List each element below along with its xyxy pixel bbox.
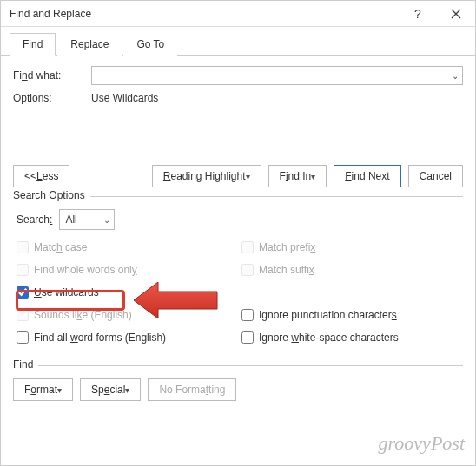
search-label: Search: xyxy=(17,213,52,226)
tab-goto[interactable]: Go To xyxy=(123,33,177,56)
find-what-label: Find what: xyxy=(13,69,91,82)
options-col-right: Match prefix Match suffix Ignore punctua… xyxy=(238,239,463,346)
close-icon xyxy=(451,9,461,19)
special-button[interactable]: Special ▾ xyxy=(80,378,141,401)
search-direction-row: Search: All ⌄ xyxy=(13,204,463,239)
window-title: Find and Replace xyxy=(10,8,399,20)
match-suffix-checkbox: Match suffix xyxy=(241,261,463,279)
help-button[interactable]: ? xyxy=(399,1,437,27)
titlebar: Find and Replace ? xyxy=(1,1,475,27)
ignore-whitespace-checkbox[interactable]: Ignore white-space characters xyxy=(241,329,463,346)
options-label: Options: xyxy=(13,92,91,104)
chevron-down-icon: ▾ xyxy=(125,385,129,395)
chevron-down-icon: ⌄ xyxy=(452,71,459,81)
find-in-button[interactable]: Find In ▾ xyxy=(268,165,327,187)
chevron-down-icon: ▾ xyxy=(57,385,62,395)
options-row: Options: Use Wildcards xyxy=(13,92,463,104)
find-format-label: Find xyxy=(13,358,38,371)
search-options-group: Search Options Search: All ⌄ Match case … xyxy=(13,196,463,357)
find-format-group: Find Format ▾ Special ▾ No Formatting xyxy=(13,365,463,401)
use-wildcards-checkbox[interactable]: Use wildcards xyxy=(17,284,238,301)
match-case-checkbox: Match case xyxy=(17,239,238,256)
options-value: Use Wildcards xyxy=(91,92,158,104)
match-prefix-checkbox: Match prefix xyxy=(241,239,463,256)
options-col-left: Match case Find whole words only Use wil… xyxy=(13,239,238,346)
options-columns: Match case Find whole words only Use wil… xyxy=(13,239,463,346)
tab-replace[interactable]: Replace xyxy=(57,33,122,56)
ignore-punctuation-checkbox[interactable]: Ignore punctuation characters xyxy=(241,306,463,324)
find-what-input[interactable]: ⌄ xyxy=(91,66,463,85)
dialog-body: Find what: ⌄ Options: Use Wildcards xyxy=(1,56,475,104)
watermark: groovyPost xyxy=(379,432,465,455)
find-what-row: Find what: ⌄ xyxy=(13,66,463,85)
no-formatting-button: No Formatting xyxy=(148,378,236,401)
chevron-down-icon: ▾ xyxy=(311,172,315,181)
search-direction-select[interactable]: All ⌄ xyxy=(59,209,115,230)
format-button[interactable]: Format ▾ xyxy=(13,378,73,401)
tab-strip: Find Replace Go To xyxy=(1,27,475,56)
sounds-like-checkbox: Sounds like (English) xyxy=(17,306,238,324)
close-button[interactable] xyxy=(437,1,475,27)
cancel-button[interactable]: Cancel xyxy=(408,165,463,187)
tab-find[interactable]: Find xyxy=(10,33,56,56)
chevron-down-icon: ▾ xyxy=(246,172,250,181)
reading-highlight-button[interactable]: Reading Highlight ▾ xyxy=(152,165,261,187)
less-button[interactable]: << Less xyxy=(13,165,69,187)
word-forms-checkbox[interactable]: Find all word forms (English) xyxy=(17,329,238,346)
chevron-down-icon: ⌄ xyxy=(103,215,110,225)
search-options-label: Search Options xyxy=(13,189,90,201)
whole-words-checkbox: Find whole words only xyxy=(17,261,238,279)
find-next-button[interactable]: Find Next xyxy=(334,165,400,187)
